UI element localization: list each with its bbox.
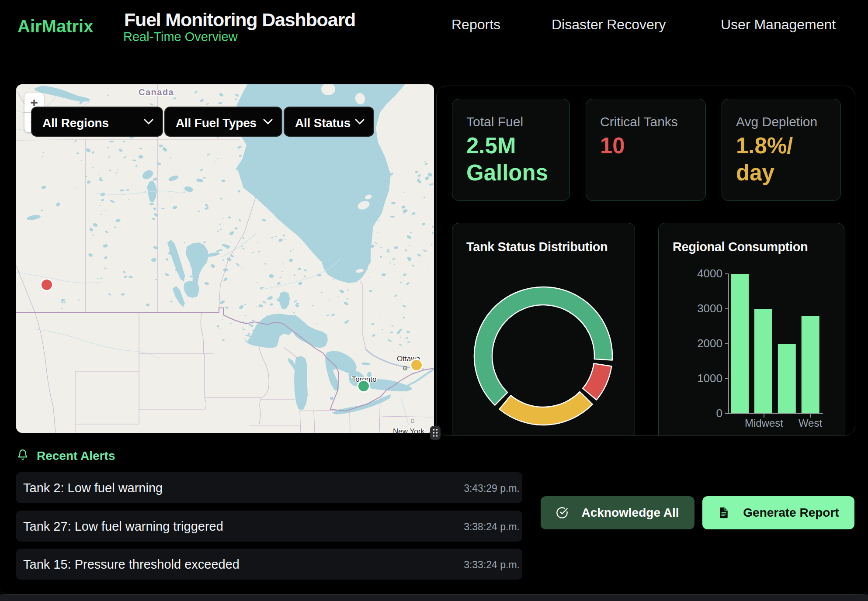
- svg-text:4000: 4000: [697, 267, 722, 280]
- svg-text:Midwest: Midwest: [745, 417, 783, 429]
- svg-text:0: 0: [716, 407, 722, 420]
- svg-text:Canada: Canada: [139, 87, 174, 97]
- svg-text:1000: 1000: [697, 372, 722, 385]
- svg-text:West: West: [799, 417, 823, 429]
- svg-text:2000: 2000: [697, 337, 722, 350]
- svg-text:3000: 3000: [697, 302, 722, 315]
- svg-text:New York: New York: [393, 427, 424, 433]
